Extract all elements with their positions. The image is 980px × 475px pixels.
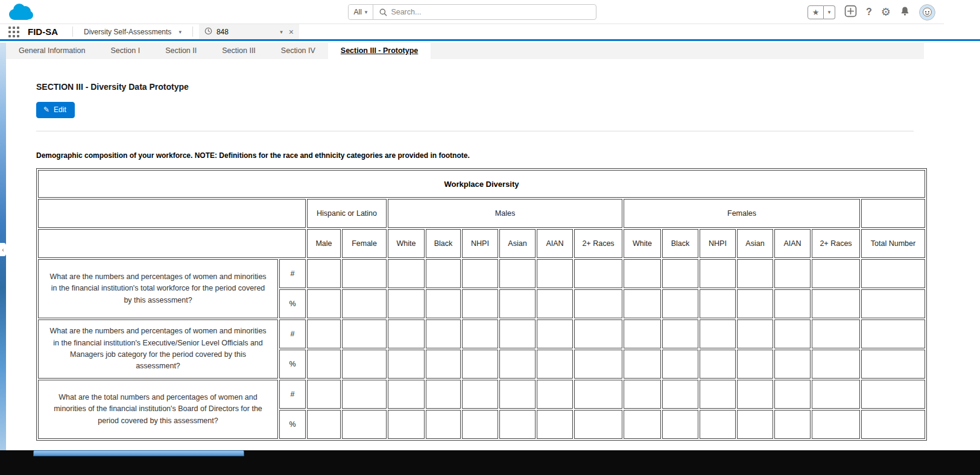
data-cell[interactable] xyxy=(307,410,341,439)
favorites-button[interactable]: ★ xyxy=(808,5,824,19)
setup-button[interactable]: ⚙ xyxy=(881,5,891,19)
expand-panel-arrow[interactable]: ‹ xyxy=(0,243,6,256)
data-cell[interactable] xyxy=(774,410,811,439)
data-cell[interactable] xyxy=(737,380,773,409)
subtab-section-i[interactable]: Section I xyxy=(98,43,153,59)
data-cell[interactable] xyxy=(774,259,811,288)
data-cell[interactable] xyxy=(388,350,425,379)
data-cell[interactable] xyxy=(662,380,698,409)
data-cell[interactable] xyxy=(462,259,498,288)
data-cell[interactable] xyxy=(307,380,341,409)
data-cell[interactable] xyxy=(426,259,461,288)
data-cell[interactable] xyxy=(499,380,536,409)
data-cell[interactable] xyxy=(499,259,536,288)
data-cell[interactable] xyxy=(700,380,736,409)
data-cell[interactable] xyxy=(426,380,461,409)
nav-tab-diversity-self-assessments[interactable]: Diversity Self-Assessments ▾ xyxy=(79,24,186,39)
data-cell[interactable] xyxy=(700,259,736,288)
data-cell[interactable] xyxy=(388,319,425,348)
data-cell[interactable] xyxy=(662,319,698,348)
subtab-section-iv[interactable]: Section IV xyxy=(268,43,328,59)
notifications-button[interactable] xyxy=(900,6,910,18)
data-cell[interactable] xyxy=(574,350,622,379)
data-cell[interactable] xyxy=(342,259,387,288)
search-scope-button[interactable]: All ▾ xyxy=(349,5,374,19)
data-cell[interactable] xyxy=(462,319,498,348)
data-cell[interactable] xyxy=(342,289,387,318)
data-cell[interactable] xyxy=(700,289,736,318)
data-cell[interactable] xyxy=(537,319,573,348)
data-cell[interactable] xyxy=(499,350,536,379)
data-cell[interactable] xyxy=(499,319,536,348)
data-cell[interactable] xyxy=(774,289,811,318)
data-cell[interactable] xyxy=(462,350,498,379)
chevron-down-icon[interactable]: ▾ xyxy=(179,29,182,35)
data-cell[interactable] xyxy=(812,319,860,348)
data-cell[interactable] xyxy=(426,350,461,379)
data-cell[interactable] xyxy=(861,410,925,439)
data-cell[interactable] xyxy=(388,259,425,288)
edit-button[interactable]: ✎ Edit xyxy=(36,102,75,118)
subtab-section-iii[interactable]: Section III xyxy=(209,43,268,59)
background-window-edge[interactable] xyxy=(33,450,244,456)
data-cell[interactable] xyxy=(307,319,341,348)
data-cell[interactable] xyxy=(574,289,622,318)
data-cell[interactable] xyxy=(700,319,736,348)
data-cell[interactable] xyxy=(462,410,498,439)
global-actions-button[interactable] xyxy=(844,5,857,19)
data-cell[interactable] xyxy=(662,350,698,379)
data-cell[interactable] xyxy=(774,380,811,409)
data-cell[interactable] xyxy=(574,410,622,439)
data-cell[interactable] xyxy=(574,380,622,409)
data-cell[interactable] xyxy=(388,410,425,439)
data-cell[interactable] xyxy=(737,350,773,379)
data-cell[interactable] xyxy=(861,350,925,379)
data-cell[interactable] xyxy=(307,289,341,318)
data-cell[interactable] xyxy=(388,289,425,318)
data-cell[interactable] xyxy=(861,259,925,288)
data-cell[interactable] xyxy=(812,259,860,288)
data-cell[interactable] xyxy=(574,259,622,288)
data-cell[interactable] xyxy=(462,380,498,409)
data-cell[interactable] xyxy=(812,289,860,318)
data-cell[interactable] xyxy=(426,410,461,439)
data-cell[interactable] xyxy=(426,319,461,348)
data-cell[interactable] xyxy=(342,350,387,379)
data-cell[interactable] xyxy=(537,410,573,439)
data-cell[interactable] xyxy=(700,410,736,439)
help-button[interactable]: ? xyxy=(866,7,872,17)
data-cell[interactable] xyxy=(662,289,698,318)
data-cell[interactable] xyxy=(624,350,661,379)
data-cell[interactable] xyxy=(462,289,498,318)
data-cell[interactable] xyxy=(774,350,811,379)
data-cell[interactable] xyxy=(624,259,661,288)
search-input[interactable] xyxy=(391,8,595,16)
data-cell[interactable] xyxy=(537,289,573,318)
data-cell[interactable] xyxy=(861,319,925,348)
data-cell[interactable] xyxy=(537,350,573,379)
close-icon[interactable]: × xyxy=(289,28,294,36)
data-cell[interactable] xyxy=(662,259,698,288)
data-cell[interactable] xyxy=(812,350,860,379)
data-cell[interactable] xyxy=(342,380,387,409)
data-cell[interactable] xyxy=(342,410,387,439)
subtab-general-information[interactable]: General Information xyxy=(6,43,98,59)
data-cell[interactable] xyxy=(861,289,925,318)
data-cell[interactable] xyxy=(737,289,773,318)
subtab-section-ii[interactable]: Section II xyxy=(153,43,209,59)
user-avatar[interactable] xyxy=(919,4,935,20)
data-cell[interactable] xyxy=(426,289,461,318)
data-cell[interactable] xyxy=(537,380,573,409)
data-cell[interactable] xyxy=(700,350,736,379)
data-cell[interactable] xyxy=(307,350,341,379)
subtab-section-iii-prototype[interactable]: Section III - Prototype xyxy=(328,43,431,59)
data-cell[interactable] xyxy=(574,319,622,348)
data-cell[interactable] xyxy=(499,289,536,318)
data-cell[interactable] xyxy=(624,410,661,439)
data-cell[interactable] xyxy=(737,410,773,439)
data-cell[interactable] xyxy=(737,319,773,348)
record-tab-848[interactable]: 848 ▾ × xyxy=(199,24,299,39)
data-cell[interactable] xyxy=(624,319,661,348)
data-cell[interactable] xyxy=(812,380,860,409)
data-cell[interactable] xyxy=(388,380,425,409)
